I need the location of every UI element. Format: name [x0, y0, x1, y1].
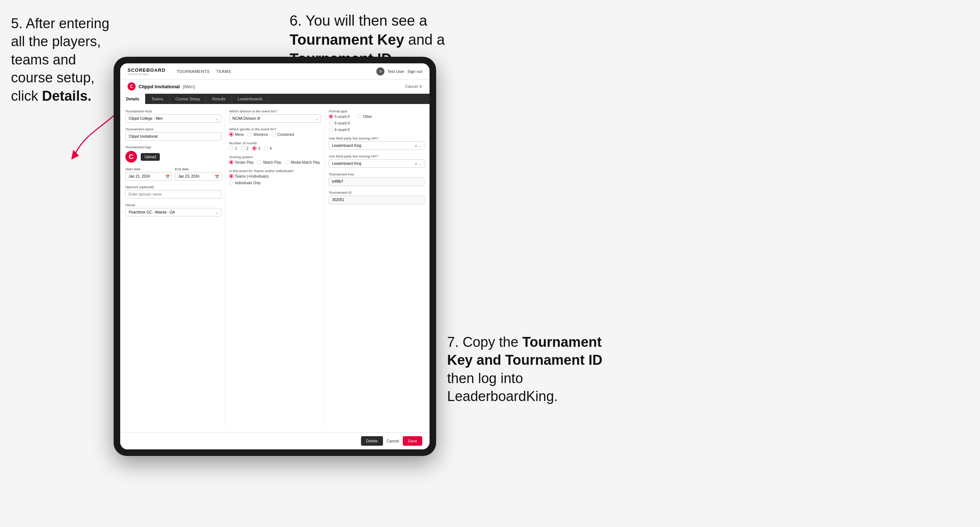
api1-input[interactable] — [329, 141, 425, 150]
start-date-input[interactable] — [125, 172, 172, 181]
nav-links: TOURNAMENTS TEAMS — [177, 69, 231, 74]
individuals-radio[interactable] — [229, 181, 234, 185]
scoring-medal[interactable]: Medal Match Play — [285, 160, 320, 164]
nav-teams[interactable]: TEAMS — [216, 69, 231, 74]
rounds-1-radio[interactable] — [229, 146, 234, 151]
api1-clear[interactable]: ✕ ⌄ — [415, 144, 422, 148]
logo-area: SCOREBOARD Powered by clippd — [127, 67, 165, 75]
end-date-input[interactable] — [175, 172, 221, 181]
division-label: Which division is the event for? — [229, 109, 321, 113]
teams-plus-individuals[interactable]: Teams (+Individuals) — [229, 174, 269, 178]
tournament-name-label: Tournament name — [125, 127, 221, 131]
top-nav: SCOREBOARD Powered by clippd TOURNAMENTS… — [120, 63, 430, 79]
sub-header-logo: C — [127, 83, 135, 90]
save-button[interactable]: Save — [403, 436, 422, 446]
delete-button[interactable]: Delete — [361, 436, 383, 446]
annotation-left: 5. After entering all the players, teams… — [11, 15, 114, 105]
format-other[interactable]: Other — [357, 114, 372, 119]
teams-pi-radio[interactable] — [229, 174, 234, 178]
tournament-logo-group: Tournament logo C Upload — [125, 145, 221, 163]
cancel-button-footer[interactable]: Cancel — [387, 439, 399, 443]
rounds-group: Number of rounds 1 2 3 — [229, 141, 321, 151]
rounds-4[interactable]: 4 — [264, 146, 272, 151]
tournament-host-select[interactable]: Clippd College - Men — [125, 114, 221, 123]
tournament-key-label: Tournament Key — [329, 172, 425, 176]
tournament-id-label: Tournament ID — [329, 190, 425, 194]
gender-combined[interactable]: Combined — [272, 132, 294, 137]
tab-course-setup[interactable]: Course Setup — [169, 94, 206, 104]
col-3: Format type 5 count 4 Other — [325, 109, 425, 427]
logo-text: SCOREBOARD — [127, 67, 165, 73]
scoring-medal-radio[interactable] — [285, 160, 290, 164]
api2-input[interactable] — [329, 159, 425, 168]
rounds-3[interactable]: 3 — [252, 146, 260, 151]
gender-mens-radio[interactable] — [229, 132, 234, 137]
format-5count4[interactable]: 5 count 4 — [329, 114, 350, 119]
scoring-label: Scoring system — [229, 155, 321, 159]
rounds-2-radio[interactable] — [241, 146, 245, 151]
gender-womens-radio[interactable] — [247, 132, 252, 137]
division-group: Which division is the event for? NCAA Di… — [229, 109, 321, 123]
gender-group: Which gender is the event for? Mens Wome… — [229, 127, 321, 137]
cancel-button-top[interactable]: Cancel ✕ — [405, 84, 422, 89]
tournament-name-input[interactable] — [125, 132, 221, 141]
scoring-match-radio[interactable] — [257, 160, 262, 164]
gender-mens[interactable]: Mens — [229, 132, 244, 137]
tournament-key-value: b4f8b7 — [329, 177, 425, 186]
sign-out-link[interactable]: Sign out — [407, 69, 422, 74]
start-date-field — [125, 172, 172, 181]
format-other-radio[interactable] — [357, 114, 361, 119]
gender-label: Which gender is the event for? — [229, 127, 321, 131]
format-5c4-radio[interactable] — [329, 114, 333, 119]
rounds-4-radio[interactable] — [264, 146, 268, 151]
teams-label: Is this event for Teams and/or Individua… — [229, 169, 321, 173]
tab-leaderboards[interactable]: Leaderboards — [232, 94, 269, 104]
tab-teams[interactable]: Teams — [145, 94, 169, 104]
individuals-only[interactable]: Individuals Only — [229, 181, 261, 185]
logo-c-icon: C — [125, 151, 137, 163]
teams-group: Is this event for Teams and/or Individua… — [229, 169, 321, 185]
col-1: Tournament Host Clippd College - Men Tou… — [125, 109, 225, 427]
sponsor-label: Sponsor (optional) — [125, 185, 221, 189]
rounds-3-radio[interactable] — [252, 146, 256, 151]
format-6count4[interactable]: 6 count 4 — [329, 121, 425, 125]
rounds-label: Number of rounds — [229, 141, 321, 145]
sub-header-letter: C — [130, 84, 134, 89]
date-row: Start date End date — [125, 167, 221, 181]
division-select[interactable]: NCAA Division III — [229, 114, 321, 123]
start-date-group: Start date — [125, 167, 172, 181]
format-6c4-radio[interactable] — [329, 121, 333, 125]
format-row-1: 5 count 4 Other — [329, 114, 425, 119]
api2-clear[interactable]: ✕ ⌄ — [415, 162, 422, 165]
teams-radio-group: Teams (+Individuals) Individuals Only — [229, 174, 321, 185]
scoring-stroke-radio[interactable] — [229, 160, 234, 164]
venue-select[interactable]: Peachtree GC - Atlanta - GA — [125, 208, 221, 216]
user-avatar: SI — [376, 67, 385, 75]
venue-label: Venue — [125, 203, 221, 207]
rounds-1[interactable]: 1 — [229, 146, 237, 151]
tablet: SCOREBOARD Powered by clippd TOURNAMENTS… — [114, 57, 436, 456]
tab-details[interactable]: Details — [120, 94, 145, 104]
format-6c5-radio[interactable] — [329, 127, 333, 132]
start-date-label: Start date — [125, 167, 172, 171]
sponsor-input[interactable] — [125, 190, 221, 198]
gender-womens[interactable]: Womens — [247, 132, 267, 137]
format-label: Format type — [329, 109, 425, 113]
end-date-label: End date — [175, 167, 221, 171]
scoring-radio-group: Stroke Play Match Play Medal Match Play — [229, 160, 321, 164]
logo-upload-row: C Upload — [125, 151, 221, 163]
annotation-bottom-right: 7. Copy the Tournament Key and Tournamen… — [447, 333, 616, 406]
scoring-match[interactable]: Match Play — [257, 160, 281, 164]
rounds-2[interactable]: 2 — [241, 146, 249, 151]
tournament-key-group: Tournament Key b4f8b7 — [329, 172, 425, 186]
sub-header-title: Clippd Invitational (Men) — [138, 84, 195, 89]
tab-results[interactable]: Results — [206, 94, 232, 104]
scoring-stroke[interactable]: Stroke Play — [229, 160, 254, 164]
api2-field: ✕ ⌄ — [329, 159, 425, 168]
upload-button[interactable]: Upload — [141, 153, 160, 161]
format-6count5[interactable]: 6 count 5 — [329, 127, 425, 132]
tournament-id-group: Tournament ID 302051 — [329, 190, 425, 204]
tournament-host-group: Tournament Host Clippd College - Men — [125, 109, 221, 123]
nav-tournaments[interactable]: TOURNAMENTS — [177, 69, 210, 74]
gender-combined-radio[interactable] — [272, 132, 276, 137]
